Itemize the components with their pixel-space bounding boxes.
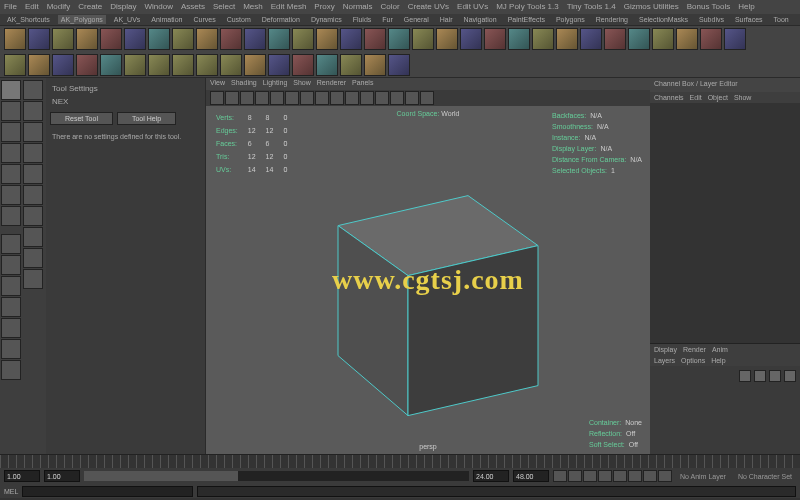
shelf-icon[interactable] <box>148 54 170 76</box>
shelf-icon[interactable] <box>196 28 218 50</box>
shelf-tab[interactable]: Curves <box>190 15 218 24</box>
shelf-tab[interactable]: General <box>401 15 432 24</box>
sidebar-icon[interactable] <box>23 206 43 226</box>
shelf-icon[interactable] <box>340 54 362 76</box>
shelf-tab[interactable]: AK_Polygons <box>58 15 106 24</box>
shelf-icon[interactable] <box>556 28 578 50</box>
layout-four-icon[interactable] <box>1 255 21 275</box>
sidebar-icon[interactable] <box>23 101 43 121</box>
layout-single-icon[interactable] <box>1 234 21 254</box>
menu-create[interactable]: Create <box>78 2 102 12</box>
menu-normals[interactable]: Normals <box>343 2 373 12</box>
shelf-icon[interactable] <box>508 28 530 50</box>
menu-assets[interactable]: Assets <box>181 2 205 12</box>
shelf-tab[interactable]: AK_Shortcuts <box>4 15 53 24</box>
vp-menu-panels[interactable]: Panels <box>352 79 373 89</box>
tool-help-button[interactable]: Tool Help <box>117 112 176 125</box>
shelf-icon[interactable] <box>676 28 698 50</box>
step-forward-icon[interactable] <box>643 470 657 482</box>
vp-tool-icon[interactable] <box>210 91 224 105</box>
shelf-icon[interactable] <box>268 28 290 50</box>
shelf-icon[interactable] <box>412 28 434 50</box>
shelf-icon[interactable] <box>652 28 674 50</box>
key-back-icon[interactable] <box>583 470 597 482</box>
shelf-tab[interactable]: PaintEffects <box>505 15 548 24</box>
shelf-tab[interactable]: SelectionMasks <box>636 15 691 24</box>
manip-tool-icon[interactable] <box>1 185 21 205</box>
layer-tab-render[interactable]: Render <box>683 346 706 353</box>
shelf-tab[interactable]: Animation <box>148 15 185 24</box>
vp-tool-icon[interactable] <box>315 91 329 105</box>
shelf-icon[interactable] <box>28 54 50 76</box>
shelf-icon[interactable] <box>364 28 386 50</box>
menu-edit[interactable]: Edit <box>25 2 39 12</box>
menu-mjpoly[interactable]: MJ Poly Tools 1.3 <box>496 2 559 12</box>
sidebar-icon[interactable] <box>23 80 43 100</box>
sidebar-icon[interactable] <box>23 164 43 184</box>
anim-layer-label[interactable]: No Anim Layer <box>676 473 730 480</box>
shelf-icon[interactable] <box>76 54 98 76</box>
move-tool-icon[interactable] <box>1 122 21 142</box>
sidebar-icon[interactable] <box>23 185 43 205</box>
cmd-lang-label[interactable]: MEL <box>4 488 18 495</box>
shelf-icon[interactable] <box>196 54 218 76</box>
shelf-icon[interactable] <box>580 28 602 50</box>
layer-menu-options[interactable]: Options <box>681 357 705 364</box>
shelf-icon[interactable] <box>28 28 50 50</box>
layer-remove-icon[interactable] <box>784 370 796 382</box>
range-thumb-icon[interactable] <box>84 471 238 481</box>
menu-mesh[interactable]: Mesh <box>243 2 263 12</box>
shelf-icon[interactable] <box>316 54 338 76</box>
layout-outliner-icon[interactable] <box>1 297 21 317</box>
shelf-tab[interactable]: Polygons <box>553 15 588 24</box>
shelf-icon[interactable] <box>172 54 194 76</box>
shelf-tab[interactable]: Rendering <box>593 15 631 24</box>
range-end-field[interactable] <box>473 470 509 482</box>
menu-select[interactable]: Select <box>213 2 235 12</box>
vp-tool-icon[interactable] <box>225 91 239 105</box>
rotate-tool-icon[interactable] <box>1 143 21 163</box>
layer-tab-display[interactable]: Display <box>654 346 677 353</box>
menu-window[interactable]: Window <box>145 2 173 12</box>
shelf-icon[interactable] <box>76 28 98 50</box>
soft-tool-icon[interactable] <box>1 206 21 226</box>
layout-dope-icon[interactable] <box>1 339 21 359</box>
vp-menu-show[interactable]: Show <box>293 79 311 89</box>
menu-createuvs[interactable]: Create UVs <box>408 2 449 12</box>
vp-tool-icon[interactable] <box>300 91 314 105</box>
vp-tool-icon[interactable] <box>330 91 344 105</box>
shelf-icon[interactable] <box>484 28 506 50</box>
menu-help[interactable]: Help <box>738 2 754 12</box>
shelf-icon[interactable] <box>436 28 458 50</box>
menu-modify[interactable]: Modify <box>47 2 71 12</box>
vp-menu-lighting[interactable]: Lighting <box>263 79 288 89</box>
shelf-icon[interactable] <box>292 28 314 50</box>
shelf-tab[interactable]: Dynamics <box>308 15 345 24</box>
shelf-icon[interactable] <box>52 28 74 50</box>
vp-tool-icon[interactable] <box>285 91 299 105</box>
vp-menu-shading[interactable]: Shading <box>231 79 257 89</box>
scale-tool-icon[interactable] <box>1 164 21 184</box>
shelf-icon[interactable] <box>52 54 74 76</box>
menu-bonus[interactable]: Bonus Tools <box>687 2 730 12</box>
anim-end-field[interactable] <box>513 470 549 482</box>
shelf-icon[interactable] <box>100 28 122 50</box>
shelf-tab[interactable]: Fluids <box>350 15 375 24</box>
shelf-icon[interactable] <box>220 54 242 76</box>
menu-color[interactable]: Color <box>381 2 400 12</box>
anim-start-field[interactable] <box>4 470 40 482</box>
vp-tool-icon[interactable] <box>420 91 434 105</box>
play-back-icon[interactable] <box>598 470 612 482</box>
viewport-3d[interactable]: Verts:880 Edges:12120 Faces:660 Tris:121… <box>206 106 650 454</box>
play-forward-icon[interactable] <box>613 470 627 482</box>
menu-editmesh[interactable]: Edit Mesh <box>271 2 307 12</box>
shelf-icon[interactable] <box>220 28 242 50</box>
vp-tool-icon[interactable] <box>375 91 389 105</box>
channel-box-body[interactable] <box>650 103 800 343</box>
cb-tab-show[interactable]: Show <box>734 94 752 101</box>
shelf-icon[interactable] <box>4 54 26 76</box>
sidebar-icon[interactable] <box>23 269 43 289</box>
vp-tool-icon[interactable] <box>240 91 254 105</box>
select-tool-icon[interactable] <box>1 80 21 100</box>
lasso-tool-icon[interactable] <box>1 101 21 121</box>
